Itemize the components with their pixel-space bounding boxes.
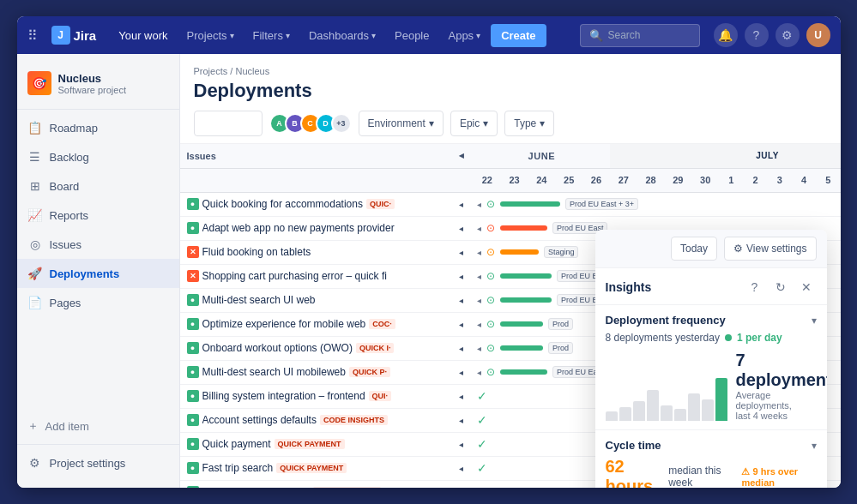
jira-logo-icon: J bbox=[51, 26, 70, 45]
environment-filter[interactable]: Environment ▾ bbox=[359, 111, 444, 136]
help-icon[interactable]: ? bbox=[745, 23, 769, 47]
insights-refresh-icon[interactable]: ↻ bbox=[770, 277, 791, 297]
issue-tag: QUIC· bbox=[366, 199, 395, 209]
deployment-chart-row: 7 deployments Average deployments, last … bbox=[606, 351, 817, 421]
notifications-icon[interactable]: 🔔 bbox=[714, 23, 738, 47]
deployment-bars bbox=[606, 378, 727, 421]
d22: 22 bbox=[474, 168, 501, 192]
arrow-cell: ◂ bbox=[450, 456, 474, 480]
deployment-freq-header: Deployment frequency ▾ bbox=[606, 314, 817, 327]
logo[interactable]: J Jira bbox=[51, 26, 97, 45]
arrow-cell: ◂ bbox=[450, 312, 474, 336]
deployment-rate: 1 per day bbox=[737, 332, 782, 344]
env-tag: Prod bbox=[548, 318, 573, 330]
backlog-icon: ☰ bbox=[27, 149, 43, 165]
view-settings-button[interactable]: ⚙ View settings bbox=[724, 237, 816, 261]
filters-chevron-icon: ▾ bbox=[286, 31, 290, 40]
right-padding bbox=[816, 144, 840, 168]
roadmap-icon: 📋 bbox=[27, 120, 43, 135]
day-indicator bbox=[450, 168, 474, 192]
sidebar-item-project-settings[interactable]: ⚙ Project settings bbox=[17, 448, 179, 477]
cycle-time-section: Cycle time ▾ 62 hours median this week ⚠… bbox=[595, 430, 827, 488]
sidebar-item-pages[interactable]: 📄 Pages bbox=[17, 288, 179, 317]
issue-type-icon: ● bbox=[187, 438, 199, 450]
search-placeholder: Search bbox=[608, 29, 641, 41]
sidebar-divider bbox=[17, 109, 179, 110]
sidebar-item-deployments[interactable]: 🚀 Deployments bbox=[17, 259, 179, 288]
settings-icon-btn: ⚙ bbox=[733, 243, 743, 255]
issue-name: Multi-dest search UI mobileweb bbox=[202, 366, 346, 378]
nav-dashboards[interactable]: Dashboards ▾ bbox=[300, 24, 384, 47]
settings-icon[interactable]: ⚙ bbox=[776, 23, 800, 47]
issue-cell: ●Account settings defaultsCODE INSIGHTS bbox=[180, 408, 450, 432]
deploy-stat-big: 7 deployments bbox=[736, 351, 817, 390]
grid-icon[interactable]: ⠿ bbox=[27, 27, 38, 44]
app-container: ⠿ J Jira Your work Projects ▾ Filters ▾ … bbox=[17, 16, 841, 488]
sidebar-label-board: Board bbox=[50, 180, 80, 193]
deployment-freq-chevron[interactable]: ▾ bbox=[812, 315, 817, 327]
nav-right-icons: 🔔 ? ⚙ U bbox=[714, 23, 830, 47]
top-navigation: ⠿ J Jira Your work Projects ▾ Filters ▾ … bbox=[17, 16, 841, 54]
breadcrumb-nucleus[interactable]: Nucleus bbox=[235, 66, 269, 76]
issue-cell: ●Onboard workout options (OWO)QUICK I· bbox=[180, 336, 450, 360]
nav-your-work[interactable]: Your work bbox=[110, 24, 176, 47]
apps-chevron-icon: ▾ bbox=[476, 31, 480, 40]
sidebar-item-backlog[interactable]: ☰ Backlog bbox=[17, 142, 179, 171]
deployments-yesterday: 8 deployments yesterday bbox=[606, 332, 720, 344]
insights-close-icon[interactable]: ✕ bbox=[796, 277, 817, 297]
issue-search-input[interactable] bbox=[194, 111, 263, 136]
deployment-dot bbox=[725, 334, 732, 341]
table-row[interactable]: ●Quick booking for accommodationsQUIC·◂◂… bbox=[180, 192, 841, 216]
issue-tag: CODE INSIGHTS bbox=[320, 415, 388, 425]
nav-apps[interactable]: Apps ▾ bbox=[439, 24, 489, 47]
deploy-bar bbox=[647, 390, 659, 421]
add-item-button[interactable]: ＋ Add item bbox=[17, 411, 179, 441]
issue-name: Account settings defaults bbox=[202, 414, 317, 426]
search-box[interactable]: 🔍 Search bbox=[580, 24, 700, 47]
breadcrumb-projects[interactable]: Projects bbox=[194, 66, 228, 76]
nav-people[interactable]: People bbox=[386, 24, 438, 47]
projects-chevron-icon: ▾ bbox=[230, 31, 234, 40]
create-button[interactable]: Create bbox=[491, 24, 546, 47]
june-header: JUNE bbox=[474, 144, 610, 168]
sidebar-item-issues[interactable]: ◎ Issues bbox=[17, 230, 179, 259]
issues-subheader bbox=[180, 168, 450, 192]
sidebar: 🎯 Nucleus Software project 📋 Roadmap ☰ B… bbox=[17, 54, 180, 488]
issue-tag: COC· bbox=[369, 319, 395, 329]
avatar-count[interactable]: +3 bbox=[331, 113, 352, 134]
user-avatar[interactable]: U bbox=[806, 23, 830, 47]
d28: 28 bbox=[637, 168, 665, 192]
project-name: Nucleus bbox=[58, 72, 126, 85]
issue-cell: ●Optimize experience for mobile webCOC· bbox=[180, 312, 450, 336]
gantt-bar-cell: ◂⊙Prod EU East + 3+ bbox=[474, 192, 841, 216]
add-item-label: Add item bbox=[45, 420, 89, 433]
d30: 30 bbox=[691, 168, 719, 192]
d26: 26 bbox=[582, 168, 610, 192]
issue-name: Quick payment bbox=[202, 438, 271, 450]
arrow-cell: ◂ bbox=[450, 360, 474, 384]
search-icon: 🔍 bbox=[589, 29, 603, 42]
today-button[interactable]: Today bbox=[671, 237, 717, 261]
epic-chevron-icon: ▾ bbox=[483, 117, 488, 129]
sidebar-item-reports[interactable]: 📈 Reports bbox=[17, 201, 179, 230]
nav-filters[interactable]: Filters ▾ bbox=[244, 24, 299, 47]
sidebar-item-board[interactable]: ⊞ Board bbox=[17, 171, 179, 201]
cycle-time-chevron[interactable]: ▾ bbox=[812, 440, 817, 452]
issue-type-icon: ● bbox=[187, 462, 199, 474]
issue-type-icon: ✕ bbox=[187, 270, 199, 282]
insights-help-icon[interactable]: ? bbox=[745, 277, 765, 297]
nav-projects[interactable]: Projects ▾ bbox=[178, 24, 243, 47]
sidebar-label-project-settings: Project settings bbox=[50, 457, 126, 470]
epic-filter[interactable]: Epic ▾ bbox=[450, 111, 498, 136]
deploy-stat-sub1: Average deployments, bbox=[736, 390, 817, 411]
cycle-warn: ⚠ 9 hrs over median bbox=[741, 466, 816, 488]
type-filter[interactable]: Type ▾ bbox=[504, 111, 554, 136]
issue-name: Shopping cart purchasing error – quick f… bbox=[202, 270, 387, 282]
sidebar-label-pages: Pages bbox=[50, 297, 81, 309]
issue-type-icon: ● bbox=[187, 294, 199, 306]
deploy-bar bbox=[715, 378, 727, 421]
deployment-freq-title: Deployment frequency bbox=[606, 314, 726, 327]
env-chevron-icon: ▾ bbox=[429, 117, 434, 129]
deploy-bar bbox=[674, 409, 686, 421]
sidebar-item-roadmap[interactable]: 📋 Roadmap bbox=[17, 113, 179, 142]
